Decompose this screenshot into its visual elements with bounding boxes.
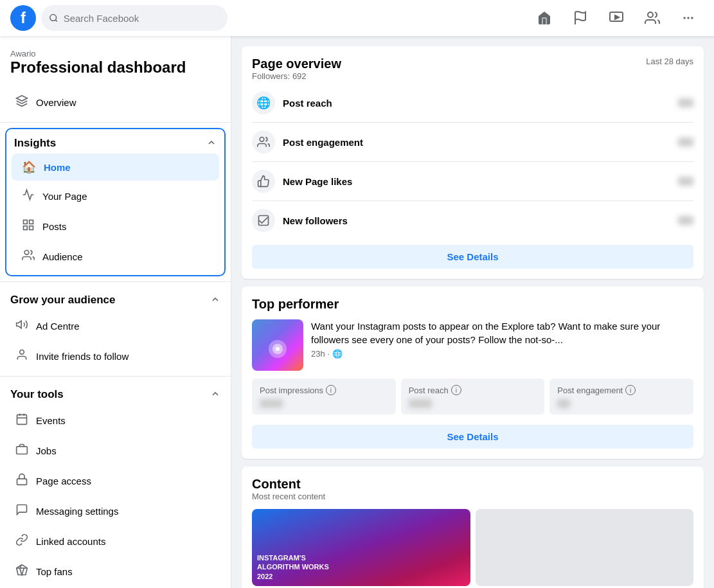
sidebar-item-linked-accounts[interactable]: Linked accounts bbox=[5, 527, 226, 556]
content-title: Content bbox=[252, 477, 693, 492]
top-performer-title: Top performer bbox=[252, 297, 693, 312]
new-followers-label: New followers bbox=[283, 215, 678, 226]
content-subtitle: Most recent content bbox=[252, 492, 693, 501]
flag-nav-button[interactable] bbox=[565, 3, 596, 33]
sidebar-item-overview[interactable]: Overview bbox=[5, 88, 226, 117]
search-input[interactable] bbox=[64, 13, 220, 24]
post-reach-card-value bbox=[409, 399, 537, 408]
ad-icon bbox=[15, 318, 28, 334]
sidebar-item-insights-home[interactable]: 🏠 Home bbox=[12, 154, 219, 181]
invite-icon bbox=[15, 348, 28, 364]
content-thumbnail-2[interactable] bbox=[476, 509, 694, 586]
messaging-label: Messaging settings bbox=[36, 506, 118, 517]
sidebar-item-audience[interactable]: Audience bbox=[12, 242, 219, 271]
people-icon bbox=[645, 10, 660, 26]
followers-info: Followers: 692 bbox=[252, 71, 341, 81]
more-icon bbox=[682, 12, 695, 24]
post-engagement-card: Post engagement i bbox=[549, 379, 693, 414]
followers-label: Followers: bbox=[252, 71, 290, 81]
thumbs-up-icon bbox=[252, 170, 275, 193]
message-icon bbox=[15, 503, 28, 519]
date-range: Last 28 days bbox=[646, 57, 693, 66]
divider-3 bbox=[0, 376, 231, 377]
sidebar-item-your-page[interactable]: Your Page bbox=[12, 182, 219, 211]
sidebar-item-jobs[interactable]: Jobs bbox=[5, 436, 226, 465]
chevron-up-icon-3 bbox=[210, 389, 220, 399]
svg-rect-22 bbox=[17, 479, 27, 485]
grow-audience-title: Grow your audience bbox=[10, 294, 115, 307]
svg-point-25 bbox=[260, 138, 264, 142]
home-nav-button[interactable] bbox=[529, 3, 560, 33]
performer-thumbnail bbox=[252, 319, 303, 371]
search-bar[interactable] bbox=[41, 5, 228, 31]
search-icon bbox=[49, 13, 58, 23]
chart-icon bbox=[22, 188, 35, 204]
insights-section: Insights 🏠 Home Your Page Posts bbox=[5, 128, 226, 276]
overview-card-header: Page overview Followers: 692 Last 28 day… bbox=[252, 57, 693, 81]
sidebar-item-invite-friends[interactable]: Invite friends to follow bbox=[5, 342, 226, 371]
see-details-button-overview[interactable]: See Details bbox=[252, 245, 693, 269]
sidebar-item-events[interactable]: Events bbox=[5, 406, 226, 435]
content-card: Content Most recent content INSTAGRAM'S … bbox=[242, 467, 704, 588]
facebook-logo: f bbox=[10, 5, 36, 31]
top-fans-label: Top fans bbox=[36, 566, 73, 577]
insights-toggle[interactable] bbox=[206, 138, 217, 150]
main-content: Page overview Followers: 692 Last 28 day… bbox=[231, 36, 714, 588]
impressions-info-icon[interactable]: i bbox=[326, 385, 336, 395]
lock-icon bbox=[15, 473, 28, 489]
jobs-label: Jobs bbox=[36, 445, 57, 456]
engagement-info-icon[interactable]: i bbox=[625, 385, 636, 395]
post-reach-value bbox=[678, 98, 693, 107]
account-name: Awario bbox=[10, 49, 220, 58]
events-label: Events bbox=[36, 415, 66, 426]
grow-toggle[interactable] bbox=[210, 294, 220, 307]
svg-point-7 bbox=[687, 17, 689, 19]
posts-label: Posts bbox=[42, 221, 67, 232]
people-nav-button[interactable] bbox=[637, 3, 668, 33]
your-tools-title: Your tools bbox=[10, 388, 64, 401]
check-icon bbox=[252, 209, 275, 232]
link-icon bbox=[15, 533, 28, 549]
post-reach-card: Post reach i bbox=[401, 379, 545, 414]
see-details-button-performer[interactable]: See Details bbox=[252, 425, 693, 449]
post-impressions-card: Post impressions i bbox=[252, 379, 396, 414]
svg-rect-13 bbox=[24, 226, 28, 230]
more-nav-button[interactable] bbox=[673, 3, 704, 33]
sidebar-item-page-access[interactable]: Page access bbox=[5, 467, 226, 495]
sidebar-item-messaging[interactable]: Messaging settings bbox=[5, 497, 226, 526]
overview-label: Overview bbox=[36, 97, 76, 108]
svg-rect-11 bbox=[30, 220, 33, 224]
sidebar-item-top-fans[interactable]: Top fans bbox=[5, 557, 226, 586]
video-nav-button[interactable] bbox=[601, 3, 632, 33]
svg-point-29 bbox=[276, 347, 280, 351]
posts-icon bbox=[22, 218, 35, 235]
performer-desc: Want your Instagram posts to appear on t… bbox=[311, 319, 693, 346]
sidebar-item-posts[interactable]: Posts bbox=[12, 212, 219, 241]
globe-icon: 🌐 bbox=[252, 91, 275, 114]
post-engagement-card-value bbox=[557, 399, 686, 408]
invite-friends-label: Invite friends to follow bbox=[36, 351, 129, 362]
reach-info-icon[interactable]: i bbox=[451, 385, 461, 395]
page-overview-card: Page overview Followers: 692 Last 28 day… bbox=[242, 46, 704, 279]
insights-section-header: Insights bbox=[6, 132, 224, 152]
page-title: Professional dashboard bbox=[10, 58, 220, 76]
page-access-label: Page access bbox=[36, 476, 91, 486]
your-page-label: Your Page bbox=[42, 191, 87, 202]
jobs-icon bbox=[15, 443, 28, 459]
your-tools-header: Your tools bbox=[0, 382, 231, 404]
sidebar-item-ad-centre[interactable]: Ad Centre bbox=[5, 312, 226, 341]
home-icon bbox=[537, 10, 552, 26]
content-thumbnail-1[interactable]: INSTAGRAM'S ALGORITHM WORKS 2022 bbox=[252, 509, 470, 586]
audience-label: Audience bbox=[42, 251, 83, 262]
svg-line-1 bbox=[55, 20, 57, 22]
post-engagement-label: Post engagement bbox=[283, 137, 678, 148]
new-page-likes-label: New Page likes bbox=[283, 176, 678, 187]
tools-toggle[interactable] bbox=[210, 389, 220, 401]
svg-marker-9 bbox=[17, 96, 28, 101]
instagram-graphic bbox=[262, 336, 294, 368]
home-sidebar-icon: 🏠 bbox=[22, 160, 36, 174]
svg-point-0 bbox=[50, 15, 57, 21]
svg-rect-21 bbox=[17, 447, 28, 454]
insights-home-label: Home bbox=[44, 162, 71, 173]
sidebar: Awario Professional dashboard Overview I… bbox=[0, 36, 231, 588]
